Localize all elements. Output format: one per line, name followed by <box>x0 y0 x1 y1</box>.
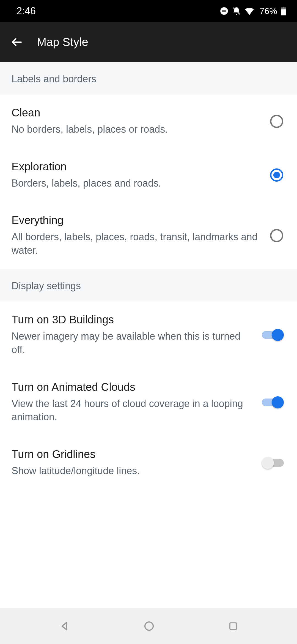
switch-3d-buildings[interactable] <box>262 329 284 341</box>
wifi-icon <box>245 7 254 15</box>
svg-point-7 <box>145 622 153 630</box>
nav-home-button[interactable] <box>144 621 155 632</box>
back-button[interactable] <box>11 36 23 48</box>
option-subtitle: Newer imagery may be available when this… <box>12 330 255 356</box>
app-bar: Map Style <box>0 22 297 62</box>
option-title: Turn on Gridlines <box>12 448 255 460</box>
option-title: Clean <box>12 107 263 119</box>
display-options-list: Turn on 3D Buildings Newer imagery may b… <box>0 301 297 490</box>
option-title: Turn on 3D Buildings <box>12 313 255 326</box>
option-animated-clouds[interactable]: Turn on Animated Clouds View the last 24… <box>0 369 297 436</box>
status-icons: 76% <box>220 6 286 16</box>
option-subtitle: No borders, labels, places or roads. <box>12 123 263 136</box>
battery-percent: 76% <box>260 6 277 16</box>
option-subtitle: All borders, labels, places, roads, tran… <box>12 230 263 257</box>
section-header-display: Display settings <box>0 269 297 301</box>
dnd-icon <box>220 7 228 15</box>
page-title: Map Style <box>37 36 88 49</box>
nav-back-button[interactable] <box>59 621 70 632</box>
navigation-bar <box>0 608 297 644</box>
section-header-labels: Labels and borders <box>0 62 297 94</box>
status-time: 2:46 <box>16 5 36 17</box>
svg-rect-1 <box>222 10 226 12</box>
option-everything[interactable]: Everything All borders, labels, places, … <box>0 202 297 269</box>
radio-exploration[interactable] <box>270 168 283 182</box>
radio-everything[interactable] <box>270 229 283 242</box>
option-title: Everything <box>12 214 263 227</box>
svg-rect-8 <box>230 623 237 629</box>
option-subtitle: View the last 24 hours of cloud coverage… <box>12 397 255 424</box>
option-3d-buildings[interactable]: Turn on 3D Buildings Newer imagery may b… <box>0 301 297 369</box>
status-bar: 2:46 76% <box>0 0 297 22</box>
svg-rect-4 <box>281 9 286 15</box>
switch-animated-clouds[interactable] <box>262 396 284 408</box>
option-subtitle: Borders, labels, places and roads. <box>12 177 263 190</box>
switch-gridlines[interactable] <box>262 457 284 469</box>
bell-off-icon <box>232 7 241 15</box>
svg-rect-5 <box>283 7 284 7</box>
radio-clean[interactable] <box>270 115 283 128</box>
option-subtitle: Show latitude/longitude lines. <box>12 464 255 478</box>
option-title: Turn on Animated Clouds <box>12 381 255 393</box>
nav-recent-button[interactable] <box>228 621 238 631</box>
option-clean[interactable]: Clean No borders, labels, places or road… <box>0 94 297 148</box>
option-title: Exploration <box>12 160 263 173</box>
labels-options-list: Clean No borders, labels, places or road… <box>0 94 297 269</box>
option-exploration[interactable]: Exploration Borders, labels, places and … <box>0 148 297 202</box>
option-gridlines[interactable]: Turn on Gridlines Show latitude/longitud… <box>0 436 297 490</box>
battery-icon <box>281 7 286 15</box>
